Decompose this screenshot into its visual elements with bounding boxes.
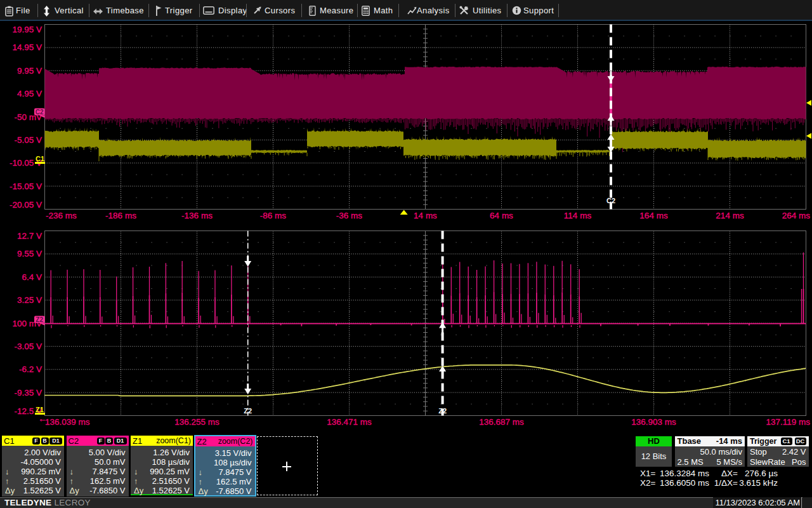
svg-text:136.471 ms: 136.471 ms <box>327 417 372 427</box>
svg-text:9.55 V: 9.55 V <box>17 249 42 258</box>
svg-text:-86 ms: -86 ms <box>260 211 287 220</box>
svg-text:-236 ms: -236 ms <box>46 211 77 220</box>
svg-text:136.687 ms: 136.687 ms <box>479 417 524 427</box>
svg-text:Z1: Z1 <box>36 406 44 413</box>
svg-text:3.25 V: 3.25 V <box>17 295 42 305</box>
svg-text:-5.05 V: -5.05 V <box>14 135 42 145</box>
svg-text:164 ms: 164 ms <box>639 211 668 220</box>
svg-text:-20.05 V: -20.05 V <box>10 200 42 210</box>
svg-text:-136 ms: -136 ms <box>181 211 213 220</box>
svg-text:-36 ms: -36 ms <box>336 211 363 220</box>
svg-text:-15.05 V: -15.05 V <box>10 182 42 191</box>
svg-text:C2: C2 <box>36 109 44 116</box>
svg-text:Z2: Z2 <box>244 407 252 415</box>
svg-text:136.903 ms: 136.903 ms <box>631 417 676 427</box>
svg-text:9.95 V: 9.95 V <box>17 66 42 76</box>
svg-text:Z2: Z2 <box>36 316 43 323</box>
svg-text:C1: C1 <box>36 155 44 163</box>
svg-text:12.7 V: 12.7 V <box>17 231 42 241</box>
svg-text:14.95 V: 14.95 V <box>12 43 42 52</box>
svg-text:136.039 ms: 136.039 ms <box>45 417 90 427</box>
svg-text:114 ms: 114 ms <box>564 211 592 220</box>
svg-text:-6.2 V: -6.2 V <box>19 364 42 374</box>
svg-text:-3.05 V: -3.05 V <box>14 342 42 351</box>
svg-text:64 ms: 64 ms <box>490 211 513 220</box>
svg-text:4.95 V: 4.95 V <box>17 89 42 98</box>
svg-text:264 ms: 264 ms <box>782 211 811 220</box>
svg-text:Z2: Z2 <box>438 407 447 415</box>
svg-text:6.4 V: 6.4 V <box>22 272 42 282</box>
svg-text:19.95 V: 19.95 V <box>12 25 42 34</box>
svg-text:214 ms: 214 ms <box>716 211 744 220</box>
svg-text:136.255 ms: 136.255 ms <box>174 417 219 427</box>
svg-text:-186 ms: -186 ms <box>105 211 136 220</box>
svg-text:14 ms: 14 ms <box>414 211 437 220</box>
svg-text:137.119 ms: 137.119 ms <box>766 417 810 427</box>
svg-text:C2: C2 <box>606 197 615 204</box>
svg-text:-9.35 V: -9.35 V <box>14 388 42 398</box>
